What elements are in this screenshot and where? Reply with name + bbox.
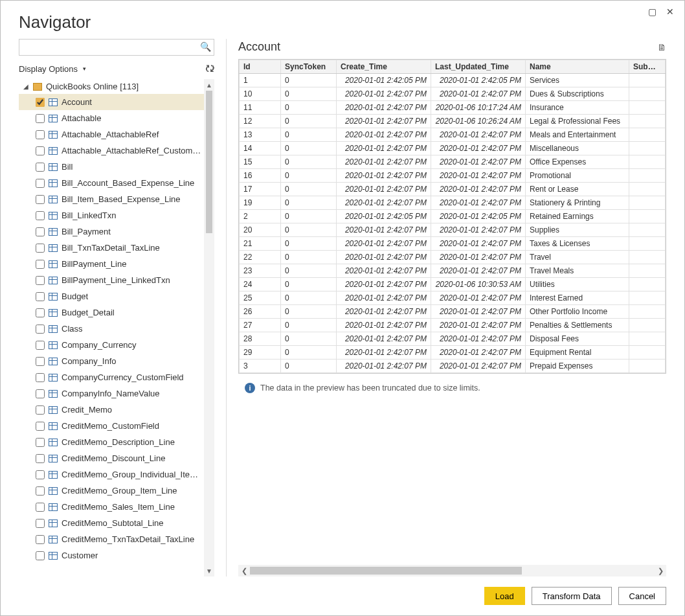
table-row[interactable]: 2502020-01-01 2:42:07 PM2020-01-01 2:42:… — [240, 291, 666, 305]
search-icon[interactable]: 🔍 — [200, 41, 211, 52]
tree-item[interactable]: CreditMemo_TxnTaxDetail_TaxLine — [19, 531, 214, 547]
table-row[interactable]: 102020-01-01 2:42:05 PM2020-01-01 2:42:0… — [240, 74, 666, 87]
tree-item[interactable]: Company_Info — [19, 353, 214, 369]
table-row[interactable]: 2102020-01-01 2:42:07 PM2020-01-01 2:42:… — [240, 237, 666, 251]
tree-item[interactable]: Bill — [19, 159, 214, 175]
tree-item[interactable]: Account — [19, 94, 214, 110]
column-header[interactable]: Last_Updated_Time — [431, 60, 526, 74]
table-row[interactable]: 2602020-01-01 2:42:07 PM2020-01-01 2:42:… — [240, 305, 666, 319]
tree-item-checkbox[interactable] — [36, 211, 45, 220]
column-header[interactable]: SubAccount — [629, 60, 666, 74]
tree-item-checkbox[interactable] — [36, 146, 45, 155]
preview-options-icon[interactable]: 🗎 — [657, 42, 666, 52]
tree-item-checkbox[interactable] — [36, 535, 45, 544]
tree-item-checkbox[interactable] — [36, 422, 45, 431]
load-button[interactable]: Load — [484, 587, 525, 605]
tree-item[interactable]: CompanyInfo_NameValue — [19, 385, 214, 402]
expander-icon[interactable]: ◢ — [23, 83, 29, 90]
cancel-button[interactable]: Cancel — [618, 587, 666, 605]
tree-item[interactable]: Attachable — [19, 110, 214, 126]
tree-item[interactable]: Bill_Payment — [19, 223, 214, 240]
tree-item-checkbox[interactable] — [36, 98, 45, 107]
tree-item-checkbox[interactable] — [36, 260, 45, 269]
table-row[interactable]: 1102020-01-01 2:42:07 PM2020-01-06 10:17… — [240, 101, 666, 115]
table-row[interactable]: 2202020-01-01 2:42:07 PM2020-01-01 2:42:… — [240, 251, 666, 264]
table-row[interactable]: 1602020-01-01 2:42:07 PM2020-01-01 2:42:… — [240, 169, 666, 183]
tree-root[interactable]: ◢ QuickBooks Online [113] — [19, 79, 214, 94]
search-input[interactable] — [19, 39, 214, 56]
tree-item-checkbox[interactable] — [36, 276, 45, 285]
tree-item-checkbox[interactable] — [36, 114, 45, 123]
scroll-thumb-h[interactable] — [250, 567, 522, 575]
scroll-right-icon[interactable]: ❯ — [655, 565, 666, 576]
table-row[interactable]: 2002020-01-01 2:42:07 PM2020-01-01 2:42:… — [240, 223, 666, 237]
refresh-icon[interactable]: 🗘 — [205, 63, 214, 74]
tree-item[interactable]: Company_Currency — [19, 337, 214, 353]
tree-item-checkbox[interactable] — [36, 325, 45, 334]
tree-item[interactable]: CreditMemo_Subtotal_Line — [19, 515, 214, 531]
table-row[interactable]: 1202020-01-01 2:42:07 PM2020-01-06 10:26… — [240, 115, 666, 128]
table-row[interactable]: 1902020-01-01 2:42:07 PM2020-01-01 2:42:… — [240, 196, 666, 210]
table-row[interactable]: 1002020-01-01 2:42:07 PM2020-01-01 2:42:… — [240, 87, 666, 101]
scroll-track[interactable] — [250, 567, 655, 575]
tree-item[interactable]: Attachable_AttachableRef_CustomField — [19, 143, 214, 159]
tree-item[interactable]: CreditMemo_CustomField — [19, 418, 214, 434]
tree-item-checkbox[interactable] — [36, 486, 45, 496]
tree-item[interactable]: Budget — [19, 288, 214, 304]
tree-item-checkbox[interactable] — [36, 454, 45, 463]
table-row[interactable]: 202020-01-01 2:42:05 PM2020-01-01 2:42:0… — [240, 210, 666, 223]
table-row[interactable]: 2902020-01-01 2:42:07 PM2020-01-01 2:42:… — [240, 346, 666, 359]
column-header[interactable]: Id — [240, 60, 281, 74]
tree-item[interactable]: Credit_Memo — [19, 402, 214, 418]
horizontal-scrollbar[interactable]: ❮ ❯ — [238, 565, 666, 576]
scroll-left-icon[interactable]: ❮ — [238, 565, 250, 576]
tree-item[interactable]: Class — [19, 321, 214, 337]
close-icon[interactable]: ✕ — [661, 5, 679, 19]
tree-item-checkbox[interactable] — [36, 551, 45, 560]
table-row[interactable]: 1702020-01-01 2:42:07 PM2020-01-01 2:42:… — [240, 183, 666, 196]
tree-item-checkbox[interactable] — [36, 195, 45, 204]
tree-item-checkbox[interactable] — [36, 470, 45, 479]
tree-item-checkbox[interactable] — [36, 438, 45, 447]
tree-item-checkbox[interactable] — [36, 373, 45, 382]
tree-item[interactable]: CreditMemo_Sales_Item_Line — [19, 499, 214, 515]
tree-item-checkbox[interactable] — [36, 244, 45, 253]
tree-item[interactable]: Bill_TxnTaxDetail_TaxLine — [19, 240, 214, 256]
tree-item[interactable]: CreditMemo_Group_Individual_Item_Li... — [19, 466, 214, 483]
tree-item-checkbox[interactable] — [36, 292, 45, 301]
scroll-thumb[interactable] — [206, 91, 212, 233]
column-header[interactable]: Create_Time — [337, 60, 431, 74]
tree-item[interactable]: CompanyCurrency_CustomField — [19, 369, 214, 385]
display-options-dropdown[interactable]: Display Options — [19, 64, 86, 74]
tree-item[interactable]: Bill_Account_Based_Expense_Line — [19, 175, 214, 191]
tree-item-checkbox[interactable] — [36, 503, 45, 512]
vertical-scrollbar[interactable]: ▲ ▼ — [204, 79, 214, 576]
table-row[interactable]: 2802020-01-01 2:42:07 PM2020-01-01 2:42:… — [240, 332, 666, 346]
table-row[interactable]: 1402020-01-01 2:42:07 PM2020-01-01 2:42:… — [240, 142, 666, 155]
column-header[interactable]: Name — [526, 60, 629, 74]
maximize-icon[interactable]: ▢ — [643, 5, 661, 19]
tree-item-checkbox[interactable] — [36, 163, 45, 172]
tree-item[interactable]: CreditMemo_Description_Line — [19, 434, 214, 450]
tree-item-checkbox[interactable] — [36, 405, 45, 415]
scroll-down-icon[interactable]: ▼ — [206, 566, 212, 575]
tree-item-checkbox[interactable] — [36, 308, 45, 317]
transform-data-button[interactable]: Transform Data — [532, 587, 612, 605]
scroll-up-icon[interactable]: ▲ — [206, 80, 212, 89]
tree-item[interactable]: Bill_Item_Based_Expense_Line — [19, 191, 214, 207]
table-row[interactable]: 1302020-01-01 2:42:07 PM2020-01-01 2:42:… — [240, 128, 666, 142]
tree-item-checkbox[interactable] — [36, 341, 45, 350]
table-row[interactable]: 2302020-01-01 2:42:07 PM2020-01-01 2:42:… — [240, 264, 666, 278]
tree-item[interactable]: BillPayment_Line_LinkedTxn — [19, 272, 214, 288]
table-row[interactable]: 1502020-01-01 2:42:07 PM2020-01-01 2:42:… — [240, 155, 666, 169]
tree-item-checkbox[interactable] — [36, 130, 45, 139]
column-header[interactable]: SyncToken — [281, 60, 337, 74]
tree-item-checkbox[interactable] — [36, 519, 45, 528]
tree-item-checkbox[interactable] — [36, 389, 45, 398]
tree-item[interactable]: CreditMemo_Discount_Line — [19, 450, 214, 466]
table-row[interactable]: 2702020-01-01 2:42:07 PM2020-01-01 2:42:… — [240, 319, 666, 332]
tree-item[interactable]: Budget_Detail — [19, 304, 214, 321]
table-row[interactable]: 302020-01-01 2:42:07 PM2020-01-01 2:42:0… — [240, 359, 666, 373]
tree-item[interactable]: Customer — [19, 547, 214, 564]
tree-item-checkbox[interactable] — [36, 227, 45, 236]
